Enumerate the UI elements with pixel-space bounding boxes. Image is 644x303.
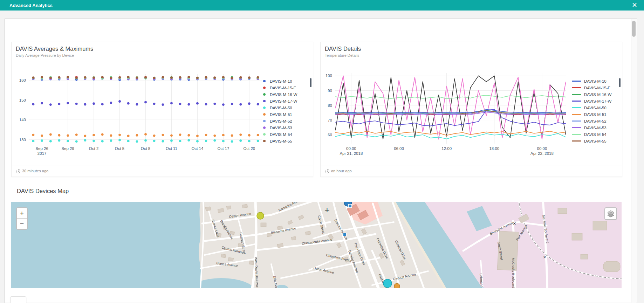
legend-label: DAVIS-M-17-W xyxy=(584,99,611,103)
legend-label: DAVIS-M-53 xyxy=(270,126,292,130)
svg-text:Oct 5: Oct 5 xyxy=(115,146,124,151)
legend-label: DAVIS-M-52 xyxy=(270,119,292,123)
svg-text:Sep 26: Sep 26 xyxy=(35,146,48,151)
analytics-panel: DAVIS Analytics DAVIS Averages & Maximum… xyxy=(5,19,637,303)
details-chart[interactable]: 6070809010000:00Apr 21, 201806:0012:0018… xyxy=(321,62,580,165)
device-marker-orange[interactable] xyxy=(394,283,400,288)
card-details-subtitle: Temperature Details xyxy=(325,53,359,57)
svg-text:Apr 22, 2018: Apr 22, 2018 xyxy=(530,151,554,156)
legend-item-DAVIS-M-15-E[interactable]: DAVIS-M-15-E xyxy=(263,84,308,91)
legend-swatch xyxy=(263,80,266,82)
legend-swatch xyxy=(572,107,581,108)
legend-scrollbar[interactable] xyxy=(619,78,621,87)
legend-swatch xyxy=(572,134,581,135)
averages-updated: 30 minutes ago xyxy=(22,169,48,173)
svg-text:12:00: 12:00 xyxy=(441,146,452,151)
card-averages-title: DAVIS Averages & Maximums xyxy=(16,46,93,52)
legend-swatch xyxy=(572,87,581,88)
dialog-title: Advanced Analytics xyxy=(9,3,53,8)
legend-swatch xyxy=(263,133,266,136)
devices-map[interactable]: + × × Blanca LaneBlanca AvenueCeylon Ave… xyxy=(11,202,622,288)
legend-item-DAVIS-M-52[interactable]: DAVIS-M-52 xyxy=(572,118,617,124)
svg-text:2017: 2017 xyxy=(37,151,47,156)
legend-swatch xyxy=(263,126,266,129)
legend-item-DAVIS-M-16-W[interactable]: DAVIS-M-16-W xyxy=(263,91,308,98)
map-water-left xyxy=(11,202,201,288)
church-cross-symbol: + xyxy=(324,206,330,214)
history-clock-icon xyxy=(325,169,329,173)
zoom-in-button[interactable]: + xyxy=(17,208,27,219)
device-marker-blue-square-2[interactable] xyxy=(343,233,347,236)
legend-item-DAVIS-M-54[interactable]: DAVIS-M-54 xyxy=(572,131,617,138)
svg-text:80: 80 xyxy=(328,103,332,108)
legend-label: DAVIS-M-51 xyxy=(270,112,292,117)
legend-swatch xyxy=(263,140,266,142)
svg-text:18:00: 18:00 xyxy=(489,146,499,151)
legend-item-DAVIS-M-55[interactable]: DAVIS-M-55 xyxy=(263,138,308,144)
averages-chart[interactable]: 130140150160Sep 262017Sep 29Oct 2Oct 5Oc… xyxy=(12,62,271,165)
panel-scroll-thumb[interactable] xyxy=(632,21,636,37)
legend-item-DAVIS-M-15-E[interactable]: DAVIS-M-15-E xyxy=(572,84,617,91)
panel-scrollbar[interactable] xyxy=(631,19,636,303)
legend-label: DAVIS-M-54 xyxy=(270,132,292,137)
zoom-out-button[interactable]: − xyxy=(17,219,27,229)
card-details-title: DAVIS Details xyxy=(325,46,361,52)
legend-item-DAVIS-M-53[interactable]: DAVIS-M-53 xyxy=(572,124,617,131)
svg-text:Sep 29: Sep 29 xyxy=(61,146,74,151)
legend-scrollbar[interactable] xyxy=(310,78,311,87)
legend-label: DAVIS-M-53 xyxy=(584,126,607,130)
legend-swatch xyxy=(572,101,581,102)
legend-item-DAVIS-M-50[interactable]: DAVIS-M-50 xyxy=(263,104,308,111)
device-marker-cyan[interactable] xyxy=(383,279,392,288)
legend-swatch xyxy=(572,127,581,128)
svg-text:90: 90 xyxy=(328,89,332,93)
legend-item-DAVIS-M-16-W[interactable]: DAVIS-M-16-W xyxy=(572,91,617,98)
legend-item-DAVIS-M-17-W[interactable]: DAVIS-M-17-W xyxy=(572,98,617,104)
legend-swatch xyxy=(263,120,266,122)
legend-label: DAVIS-M-52 xyxy=(584,119,607,123)
legend-label: DAVIS-M-55 xyxy=(270,139,292,143)
legend-swatch xyxy=(572,94,581,95)
svg-text:60: 60 xyxy=(328,133,332,137)
legend-label: DAVIS-M-15-E xyxy=(584,86,610,90)
legend-label: DAVIS-M-17-W xyxy=(270,99,297,103)
legend-label: DAVIS-M-15-E xyxy=(270,86,296,90)
legend-swatch xyxy=(263,106,266,109)
svg-text:130: 130 xyxy=(19,138,26,142)
details-updated: an hour ago xyxy=(331,169,352,173)
legend-item-DAVIS-M-10[interactable]: DAVIS-M-10 xyxy=(263,78,308,84)
svg-text:00:00: 00:00 xyxy=(346,146,356,151)
legend-item-DAVIS-M-54[interactable]: DAVIS-M-54 xyxy=(263,131,308,138)
legend-label: DAVIS-M-10 xyxy=(584,79,607,83)
legend-item-DAVIS-M-10[interactable]: DAVIS-M-10 xyxy=(572,78,617,84)
map-canvas[interactable]: + × × Blanca LaneBlanca AvenueCeylon Ave… xyxy=(11,202,622,288)
card-averages-footer: 30 minutes ago xyxy=(12,165,313,177)
legend-label: DAVIS-M-50 xyxy=(584,106,607,110)
legend-item-DAVIS-M-53[interactable]: DAVIS-M-53 xyxy=(263,124,308,131)
close-icon[interactable]: ✕ xyxy=(630,1,639,10)
map-layers-control[interactable] xyxy=(604,207,617,220)
card-details-footer: an hour ago xyxy=(321,165,622,177)
legend-item-DAVIS-M-51[interactable]: DAVIS-M-51 xyxy=(572,111,617,118)
legend-item-DAVIS-M-17-W[interactable]: DAVIS-M-17-W xyxy=(263,98,308,104)
details-legend: DAVIS-M-10DAVIS-M-15-EDAVIS-M-16-WDAVIS-… xyxy=(572,78,617,144)
svg-text:Apr 21, 2018: Apr 21, 2018 xyxy=(340,151,363,156)
legend-item-DAVIS-M-51[interactable]: DAVIS-M-51 xyxy=(263,111,308,118)
legend-swatch xyxy=(572,120,581,122)
rail-crossing-symbol: × xyxy=(543,254,546,260)
legend-item-DAVIS-M-55[interactable]: DAVIS-M-55 xyxy=(572,138,617,144)
card-averages: DAVIS Averages & Maximums Daily Average … xyxy=(11,42,313,177)
legend-swatch xyxy=(263,113,266,116)
svg-text:06:00: 06:00 xyxy=(394,146,404,151)
svg-text:150: 150 xyxy=(19,98,26,102)
legend-item-DAVIS-M-52[interactable]: DAVIS-M-52 xyxy=(263,118,308,124)
legend-label: DAVIS-M-10 xyxy=(270,79,292,83)
legend-item-DAVIS-M-50[interactable]: DAVIS-M-50 xyxy=(572,104,617,111)
card-details: DAVIS Details Temperature Details 607080… xyxy=(320,42,622,177)
legend-swatch xyxy=(263,87,266,89)
svg-text:Oct 17: Oct 17 xyxy=(217,146,229,151)
device-marker-blue-square-1[interactable] xyxy=(349,205,352,208)
legend-label: DAVIS-M-55 xyxy=(584,139,607,143)
device-marker-yellow[interactable] xyxy=(257,212,264,219)
averages-legend: DAVIS-M-10DAVIS-M-15-EDAVIS-M-16-WDAVIS-… xyxy=(263,78,308,144)
